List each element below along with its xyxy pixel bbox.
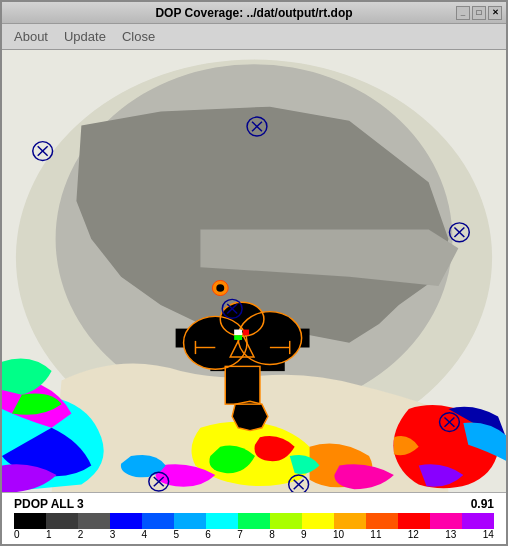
legend-number-8: 8 [269,529,275,540]
legend-numbers: 01234567891011121314 [6,529,502,540]
legend-number-12: 12 [408,529,419,540]
color-bar [14,513,494,529]
window-title: DOP Coverage: ../dat/output/rt.dop [155,6,352,20]
legend-number-14: 14 [483,529,494,540]
legend-number-6: 6 [205,529,211,540]
color-segment-13 [430,513,462,529]
color-segment-3 [110,513,142,529]
legend-number-2: 2 [78,529,84,540]
color-segment-8 [270,513,302,529]
maximize-button[interactable]: □ [472,6,486,20]
svg-point-21 [216,284,224,292]
legend-number-11: 11 [370,529,381,540]
legend-number-10: 10 [333,529,344,540]
legend-number-4: 4 [142,529,148,540]
svg-rect-6 [225,366,260,404]
menu-close[interactable]: Close [114,27,163,46]
color-segment-2 [78,513,110,529]
color-segment-14 [462,513,494,529]
title-bar-buttons: _ □ ✕ [456,6,502,20]
legend-number-1: 1 [46,529,52,540]
title-bar: DOP Coverage: ../dat/output/rt.dop _ □ ✕ [2,2,506,24]
legend-title-row: PDOP ALL 3 0.91 [6,497,502,511]
legend-title: PDOP ALL 3 [14,497,84,511]
color-segment-4 [142,513,174,529]
color-segment-6 [206,513,238,529]
legend-number-7: 7 [237,529,243,540]
color-segment-5 [174,513,206,529]
menu-bar: About Update Close [2,24,506,50]
legend-number-5: 5 [173,529,179,540]
legend-value: 0.91 [471,497,494,511]
menu-update[interactable]: Update [56,27,114,46]
map-svg [2,50,506,492]
color-segment-1 [46,513,78,529]
legend-number-0: 0 [14,529,20,540]
svg-rect-23 [243,330,249,336]
color-segment-0 [14,513,46,529]
minimize-button[interactable]: _ [456,6,470,20]
legend-bar: PDOP ALL 3 0.91 01234567891011121314 [2,492,506,544]
main-window: DOP Coverage: ../dat/output/rt.dop _ □ ✕… [0,0,508,546]
color-bar-row [6,513,502,529]
legend-number-13: 13 [445,529,456,540]
close-button[interactable]: ✕ [488,6,502,20]
color-segment-7 [238,513,270,529]
color-segment-9 [302,513,334,529]
map-container [2,50,506,492]
color-segment-11 [366,513,398,529]
svg-rect-22 [234,330,242,336]
color-segment-10 [334,513,366,529]
legend-number-3: 3 [110,529,116,540]
legend-number-9: 9 [301,529,307,540]
menu-about[interactable]: About [6,27,56,46]
color-segment-12 [398,513,430,529]
svg-rect-24 [234,335,242,340]
